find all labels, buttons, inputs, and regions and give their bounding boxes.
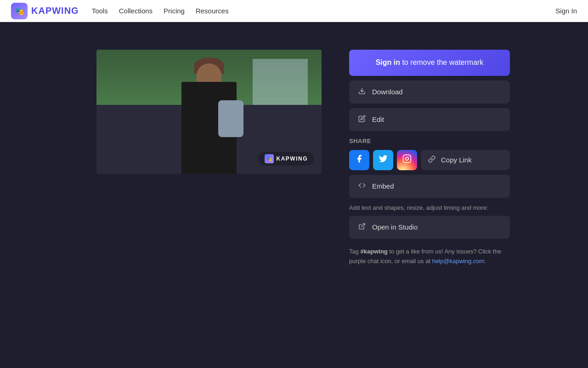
open-studio-icon xyxy=(358,223,366,232)
copy-link-button[interactable]: Copy Link xyxy=(421,150,510,170)
nav-tools[interactable]: Tools xyxy=(92,7,108,15)
embed-icon xyxy=(358,182,366,191)
copy-link-icon xyxy=(428,155,435,165)
watermark-logo-icon: 🎭 xyxy=(265,154,274,163)
main-content: 🎭 KAPWING Sign in to remove the watermar… xyxy=(0,22,588,284)
navbar: 🎭 KAPWING Tools Collections Pricing Reso… xyxy=(0,0,588,22)
edit-label: Edit xyxy=(372,115,384,123)
facebook-icon xyxy=(355,154,364,166)
edit-button[interactable]: Edit xyxy=(349,108,510,131)
nav-links: Tools Collections Pricing Resources xyxy=(92,7,229,15)
sign-in-watermark-button[interactable]: Sign in to remove the watermark xyxy=(349,50,510,76)
image-container: 🎭 KAPWING xyxy=(96,50,322,174)
edit-icon xyxy=(358,115,366,124)
logo-text: KAPWING xyxy=(31,6,79,16)
nav-resources[interactable]: Resources xyxy=(196,7,229,15)
bottom-text-1: Tag xyxy=(349,248,361,255)
twitter-share-button[interactable] xyxy=(373,150,393,170)
instagram-share-button[interactable] xyxy=(397,150,417,170)
facebook-share-button[interactable] xyxy=(349,150,369,170)
sign-in-bold-text: Sign in xyxy=(376,58,400,66)
download-label: Download xyxy=(372,88,403,96)
share-row: Copy Link xyxy=(349,150,510,170)
sign-in-nav-button[interactable]: Sign In xyxy=(555,7,577,15)
instagram-icon xyxy=(402,154,412,166)
bottom-info: Tag #kapwing to get a like from us! Any … xyxy=(349,247,510,266)
svg-line-3 xyxy=(362,224,365,227)
background-building xyxy=(253,59,308,105)
hashtag-text: #kapwing xyxy=(361,248,388,255)
logo-icon: 🎭 xyxy=(11,3,28,19)
right-panel: Sign in to remove the watermark Download xyxy=(349,50,510,266)
nav-pricing[interactable]: Pricing xyxy=(164,7,185,15)
twitter-icon xyxy=(379,154,388,166)
nav-collections[interactable]: Collections xyxy=(119,7,153,15)
watermark-text: KAPWING xyxy=(277,155,308,162)
embed-label: Embed xyxy=(372,182,394,190)
copy-link-label: Copy Link xyxy=(441,156,472,164)
backpack xyxy=(218,100,243,137)
download-button[interactable]: Download xyxy=(349,80,510,104)
download-icon xyxy=(358,87,366,97)
sign-in-rest-text: to remove the watermark xyxy=(400,58,483,66)
svg-rect-1 xyxy=(403,155,411,163)
add-text-label: Add text and shapes, resize, adjust timi… xyxy=(349,204,510,211)
share-label: SHARE xyxy=(349,138,510,144)
watermark-overlay: 🎭 KAPWING xyxy=(258,152,315,166)
embed-button[interactable]: Embed xyxy=(349,175,510,198)
bottom-text-3: . xyxy=(484,258,486,264)
media-image: 🎭 KAPWING xyxy=(96,50,322,174)
email-link[interactable]: help@kapwing.com xyxy=(432,258,485,264)
open-studio-label: Open in Studio xyxy=(372,223,418,231)
open-in-studio-button[interactable]: Open in Studio xyxy=(349,216,510,239)
logo-link[interactable]: 🎭 KAPWING xyxy=(11,3,79,19)
navbar-left: 🎭 KAPWING Tools Collections Pricing Reso… xyxy=(11,3,229,19)
